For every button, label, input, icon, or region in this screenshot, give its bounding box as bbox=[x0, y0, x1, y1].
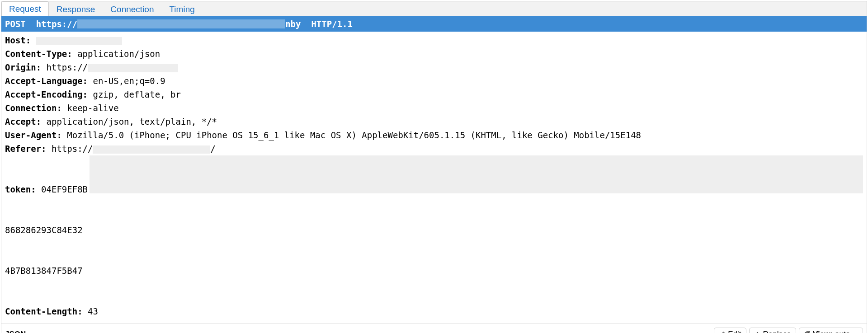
header-value: application/json, text/plain, */* bbox=[47, 117, 217, 127]
inspector-panel: Request Response Connection Timing POST … bbox=[1, 1, 867, 333]
header-name: Accept-Language bbox=[5, 76, 83, 86]
header-host[interactable]: Host: bbox=[5, 33, 863, 47]
redacted-value bbox=[93, 145, 210, 154]
header-name: Origin bbox=[5, 62, 36, 72]
header-user-agent[interactable]: User-Agent: Mozilla/5.0 (iPhone; CPU iPh… bbox=[5, 128, 863, 142]
copy-icon bbox=[804, 331, 811, 333]
view-label: View: bbox=[813, 330, 833, 333]
edit-icon bbox=[719, 331, 726, 333]
token-line1: 04EF9EF8B bbox=[41, 184, 88, 194]
tab-content: POST https://nby HTTP/1.1 Host: Content-… bbox=[1, 16, 867, 333]
tab-connection[interactable]: Connection bbox=[103, 2, 161, 16]
upload-icon bbox=[754, 331, 761, 333]
edit-button-label: Edit bbox=[728, 330, 741, 333]
header-name: Host bbox=[5, 35, 26, 45]
header-name: token bbox=[5, 184, 31, 194]
header-name: User-Agent bbox=[5, 130, 57, 140]
header-value: keep-alive bbox=[67, 103, 118, 113]
header-value: https:// bbox=[47, 62, 88, 72]
header-content-length[interactable]: Content-Length: 43 bbox=[5, 305, 863, 318]
tab-timing[interactable]: Timing bbox=[161, 2, 202, 16]
header-value-suffix: / bbox=[210, 144, 215, 154]
header-value: application/json bbox=[77, 49, 160, 59]
header-value: gzip, deflate, br bbox=[93, 89, 180, 99]
header-referer[interactable]: Referer: https:/// bbox=[5, 142, 863, 155]
body-toolbar: JSON Edit Replace View: auto ▼ bbox=[1, 324, 867, 333]
view-value: auto bbox=[835, 330, 850, 333]
headers-block: Host: Content-Type: application/json Ori… bbox=[1, 32, 867, 322]
tab-request[interactable]: Request bbox=[1, 1, 49, 16]
header-value: en-US,en;q=0.9 bbox=[93, 76, 165, 86]
header-accept[interactable]: Accept: application/json, text/plain, */… bbox=[5, 115, 863, 128]
replace-button[interactable]: Replace bbox=[749, 328, 796, 333]
replace-button-label: Replace bbox=[763, 330, 791, 333]
header-name: Content-Type bbox=[5, 49, 67, 59]
header-name: Content-Length bbox=[5, 306, 77, 316]
tab-bar: Request Response Connection Timing bbox=[1, 1, 867, 16]
header-accept-encoding[interactable]: Accept-Encoding: gzip, deflate, br bbox=[5, 88, 863, 101]
tab-response[interactable]: Response bbox=[49, 2, 103, 16]
header-token[interactable]: token: 04EF9EF8B 868286293C84E32 4B7B813… bbox=[5, 155, 863, 305]
header-name: Accept-Encoding bbox=[5, 89, 83, 99]
redacted-value bbox=[88, 64, 178, 72]
header-name: Referer bbox=[5, 144, 41, 154]
view-mode-button[interactable]: View: auto ▼ bbox=[799, 328, 863, 333]
url-prefix: https:// bbox=[36, 19, 78, 29]
header-content-type[interactable]: Content-Type: application/json bbox=[5, 47, 863, 61]
header-value: 43 bbox=[88, 306, 98, 316]
request-line[interactable]: POST https://nby HTTP/1.1 bbox=[1, 16, 867, 32]
header-value: Mozilla/5.0 (iPhone; CPU iPhone OS 15_6_… bbox=[67, 130, 641, 140]
token-line2: 868286293C84E32 bbox=[5, 225, 83, 235]
redacted-token-block bbox=[90, 155, 863, 193]
header-connection[interactable]: Connection: keep-alive bbox=[5, 101, 863, 115]
token-line3: 4B7B813847F5B47 bbox=[5, 266, 83, 276]
header-value-prefix: https:// bbox=[52, 144, 93, 154]
header-origin[interactable]: Origin: https:// bbox=[5, 61, 863, 74]
body-section: JSON Edit Replace View: auto ▼ { "par bbox=[1, 324, 867, 333]
body-format-label: JSON bbox=[5, 330, 26, 333]
redacted-url bbox=[77, 19, 285, 28]
redacted-value bbox=[36, 37, 122, 45]
header-name: Accept bbox=[5, 117, 36, 127]
header-name: Connection bbox=[5, 103, 57, 113]
http-method: POST bbox=[5, 19, 26, 29]
url-suffix: nby bbox=[285, 19, 301, 29]
header-accept-language[interactable]: Accept-Language: en-US,en;q=0.9 bbox=[5, 74, 863, 88]
http-protocol: HTTP/1.1 bbox=[311, 19, 353, 29]
edit-button[interactable]: Edit bbox=[714, 328, 746, 333]
